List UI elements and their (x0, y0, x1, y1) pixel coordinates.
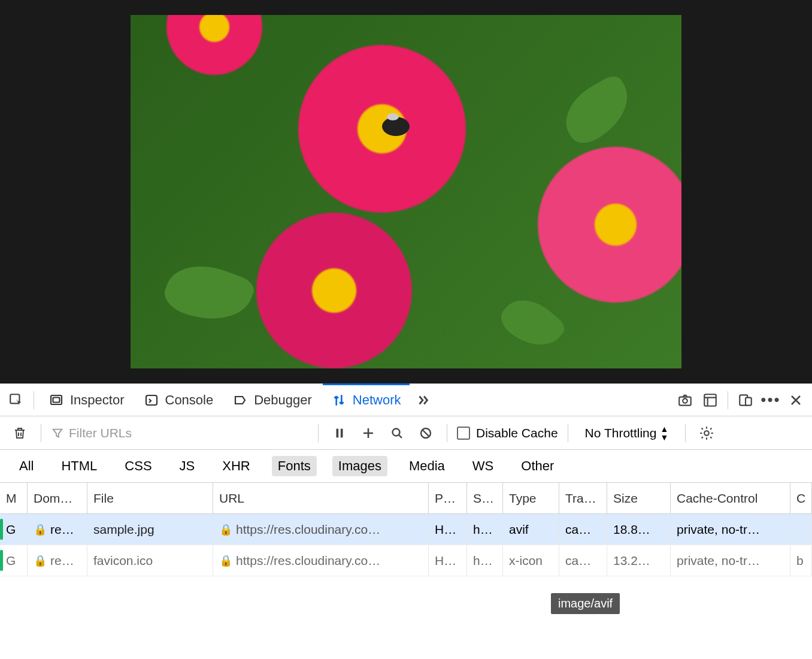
cell-transferred: ca… (559, 545, 607, 576)
add-button[interactable] (357, 422, 380, 445)
svg-point-5 (683, 398, 687, 403)
dock-button[interactable] (734, 389, 757, 412)
status-marker (0, 519, 3, 540)
cell-method: G (0, 545, 28, 576)
tab-label: Debugger (254, 392, 312, 408)
responsive-mode-button[interactable] (699, 389, 722, 412)
filter-images[interactable]: Images (332, 456, 387, 476)
cell-cache-control: private, no-tr… (671, 545, 790, 576)
lock-icon: 🔒 (34, 523, 47, 536)
cell-cache-control: private, no-tr… (671, 514, 790, 545)
settings-button[interactable] (695, 422, 718, 445)
filter-other[interactable]: Other (515, 456, 560, 476)
updown-icon: ▲▼ (660, 425, 668, 442)
svg-rect-8 (746, 397, 752, 405)
filter-html[interactable]: HTML (55, 456, 103, 476)
pause-button[interactable] (328, 422, 351, 445)
cell-last: b (790, 545, 812, 576)
page-content (0, 0, 812, 383)
cell-size: 13.2… (607, 545, 671, 576)
element-picker-button[interactable] (5, 389, 28, 412)
tab-debugger[interactable]: Debugger (224, 384, 320, 416)
tab-label: Network (353, 392, 401, 408)
console-icon (144, 392, 159, 408)
filter-js[interactable]: JS (174, 456, 201, 476)
table-row[interactable]: G 🔒re… sample.jpg 🔒https://res.cloudinar… (0, 514, 812, 545)
tab-network[interactable]: Network (323, 384, 410, 416)
cell-protocol: H… (429, 545, 467, 576)
block-button[interactable] (414, 422, 437, 445)
throttling-select[interactable]: No Throttling ▲▼ (578, 425, 676, 442)
disable-cache-label: Disable Cache (476, 426, 558, 440)
tab-console[interactable]: Console (135, 384, 222, 416)
svg-rect-10 (341, 428, 343, 437)
svg-rect-9 (337, 428, 339, 437)
throttling-label: No Throttling (585, 426, 657, 440)
filter-media[interactable]: Media (403, 456, 451, 476)
cell-protocol: H… (429, 514, 467, 545)
type-tooltip: image/avif (551, 593, 620, 614)
funnel-icon (51, 427, 64, 440)
filter-fonts[interactable]: Fonts (272, 456, 317, 476)
tab-label: Inspector (70, 392, 125, 408)
screenshot-button[interactable] (674, 389, 696, 412)
col-size[interactable]: Size (607, 483, 671, 513)
cell-url: 🔒https://res.cloudinary.co… (213, 514, 429, 545)
col-url[interactable]: URL (213, 483, 429, 513)
cell-transferred: ca… (559, 514, 607, 545)
col-last[interactable]: C (790, 483, 812, 513)
clear-button[interactable] (8, 422, 31, 445)
cell-method: G (0, 514, 28, 545)
col-protocol[interactable]: P… (429, 483, 467, 513)
col-type[interactable]: Type (503, 483, 559, 513)
col-scheme[interactable]: S… (467, 483, 503, 513)
more-tabs-button[interactable] (412, 389, 435, 412)
close-devtools-button[interactable] (784, 389, 807, 412)
filter-css[interactable]: CSS (119, 456, 157, 476)
lock-icon: 🔒 (219, 523, 232, 536)
devtools-tabs: Inspector Console Debugger Network (0, 384, 812, 416)
kebab-menu-button[interactable]: ••• (759, 389, 782, 412)
table-header: M Dom… File URL P… S… Type Tra… Size Cac… (0, 483, 812, 514)
search-button[interactable] (386, 422, 408, 445)
tab-label: Console (165, 392, 214, 408)
debugger-icon (232, 392, 248, 408)
filter-xhr[interactable]: XHR (216, 456, 256, 476)
filter-ws[interactable]: WS (466, 456, 499, 476)
cell-file: sample.jpg (87, 514, 213, 545)
col-file[interactable]: File (87, 483, 213, 513)
col-cache-control[interactable]: Cache-Control (671, 483, 790, 513)
disable-cache-toggle[interactable]: Disable Cache (457, 426, 558, 440)
tab-inspector[interactable]: Inspector (40, 384, 133, 416)
cell-last (790, 514, 812, 545)
cell-type: avif (503, 514, 559, 545)
filter-all[interactable]: All (13, 456, 40, 476)
lock-icon: 🔒 (219, 554, 232, 567)
col-transferred[interactable]: Tra… (559, 483, 607, 513)
svg-rect-6 (704, 394, 716, 406)
cell-size: 18.8… (607, 514, 671, 545)
type-filters: All HTML CSS JS XHR Fonts Images Media W… (0, 450, 812, 483)
cell-scheme: h… (467, 545, 503, 576)
status-marker (0, 550, 3, 571)
inspector-icon (49, 392, 64, 408)
svg-rect-3 (146, 395, 157, 405)
cell-scheme: h… (467, 514, 503, 545)
col-method[interactable]: M (0, 483, 28, 513)
svg-point-11 (393, 428, 400, 436)
cell-domain: 🔒re… (28, 545, 87, 576)
network-icon (331, 392, 347, 408)
table-row[interactable]: G 🔒re… favicon.ico 🔒https://res.cloudina… (0, 545, 812, 576)
filter-container (51, 426, 308, 440)
preview-image (131, 15, 681, 368)
devtools-panel: Inspector Console Debugger Network (0, 383, 812, 576)
lock-icon: 🔒 (34, 554, 47, 567)
cell-type: x-icon (503, 545, 559, 576)
cell-url: 🔒https://res.cloudinary.co… (213, 545, 429, 576)
col-domain[interactable]: Dom… (28, 483, 87, 513)
cell-file: favicon.ico (87, 545, 213, 576)
cell-domain: 🔒re… (28, 514, 87, 545)
checkbox-icon (457, 427, 470, 440)
filter-input[interactable] (69, 426, 308, 440)
svg-point-13 (704, 431, 709, 436)
